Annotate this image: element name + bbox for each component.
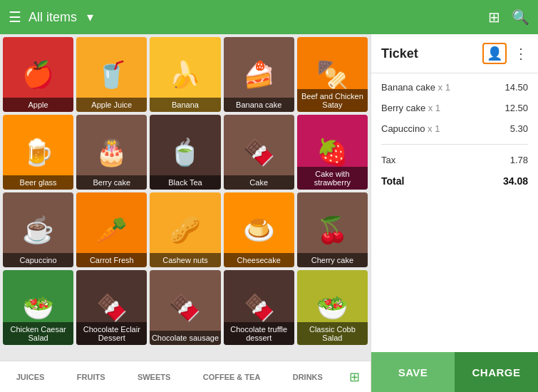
header-left: ☰ All items ▾ — [9, 9, 488, 26]
ticket-item-name: Banana cake x 1 — [381, 82, 505, 93]
grid-item-label-cherry-cake: Cherry cake — [297, 253, 368, 267]
scan-icon[interactable]: ⊞ — [488, 9, 500, 26]
app-header: ☰ All items ▾ ⊞ 🔍 — [0, 0, 538, 34]
grid-item-label-classic-cobb: Classic Cobb Salad — [297, 322, 368, 345]
category-juices[interactable]: JUICES — [11, 370, 51, 384]
category-sweets[interactable]: SWEETS — [132, 370, 176, 384]
category-drinks[interactable]: DRINKS — [287, 370, 329, 384]
ticket-items-list: Banana cake x 1 14.50 Berry cake x 1 12.… — [371, 73, 538, 352]
grid-item-label-banana: Banana — [150, 98, 220, 112]
grid-item-label-cake: Cake — [224, 175, 294, 190]
ticket-title: Ticket — [381, 46, 418, 61]
grid-item-label-beer-glass: Beer glass — [3, 175, 73, 190]
grid-item-cashew-nuts[interactable]: 🥜Cashew nuts — [150, 192, 220, 267]
ticket-line-banana-cake: Banana cake x 1 14.50 — [381, 82, 528, 93]
grid-view-icon[interactable]: ⊞ — [349, 369, 360, 385]
grid-item-apple-juice[interactable]: 🥤Apple Juice — [76, 37, 147, 112]
grid-item-cherry-cake[interactable]: 🍒Cherry cake — [297, 192, 368, 267]
charge-button[interactable]: CHARGE — [455, 352, 538, 392]
grid-item-label-choc-truffle: Chocolate truffle dessert — [224, 322, 294, 345]
grid-item-chicken-caesar[interactable]: 🥗Chicken Caesar Salad — [3, 270, 73, 345]
grid-item-label-chicken-caesar: Chicken Caesar Salad — [3, 322, 73, 345]
grid-item-classic-cobb[interactable]: 🥗Classic Cobb Salad — [297, 270, 368, 345]
ticket-item-name: Capuccino x 1 — [381, 123, 510, 134]
ticket-action-icons: 👤 ⋮ — [482, 43, 528, 64]
grid-item-label-cake-strawberry: Cake with strawberry — [297, 167, 368, 190]
grid-item-label-choc-eclair: Chocolate Eclair Dessert — [76, 322, 147, 345]
ticket-item-name: Berry cake x 1 — [381, 103, 505, 113]
menu-icon[interactable]: ☰ — [9, 9, 21, 26]
grid-item-berry-cake[interactable]: 🎂Berry cake — [76, 115, 147, 190]
grid-item-label-choc-sausage: Chocolate sausage — [150, 331, 220, 345]
total-value: 34.08 — [503, 175, 528, 187]
grid-item-banana-cake[interactable]: 🍰Banana cake — [224, 37, 294, 112]
grid-item-label-apple: Apple — [3, 98, 73, 112]
header-icons: ⊞ 🔍 — [488, 9, 529, 26]
more-options-icon[interactable]: ⋮ — [514, 45, 528, 62]
category-fruits[interactable]: FRUITS — [71, 370, 111, 384]
search-icon[interactable]: 🔍 — [512, 9, 529, 26]
grid-item-banana[interactable]: 🍌Banana — [150, 37, 220, 112]
grid-item-label-apple-juice: Apple Juice — [76, 98, 147, 112]
header-title: All items — [29, 10, 77, 25]
grid-item-label-berry-cake: Berry cake — [76, 175, 147, 190]
grid-item-label-capuccino: Capuccino — [3, 253, 73, 267]
category-coffee-tea[interactable]: COFFEE & TEA — [197, 370, 267, 384]
left-panel: 🍎Apple🥤Apple Juice🍌Banana🍰Banana cake🍢Be… — [0, 34, 371, 392]
grid-item-label-banana-cake: Banana cake — [224, 98, 294, 112]
grid-item-carrot-fresh[interactable]: 🥕Carrot Fresh — [76, 192, 147, 267]
grid-item-beer-glass[interactable]: 🍺Beer glass — [3, 115, 73, 190]
grid-item-label-beef-chicken-satay: Beef and Chicken Satay — [297, 89, 368, 112]
grid-item-choc-sausage[interactable]: 🍫Chocolate sausage — [150, 270, 220, 345]
ticket-line-capuccino: Capuccino x 1 5.30 — [381, 123, 528, 134]
grid-item-apple[interactable]: 🍎Apple — [3, 37, 73, 112]
tax-value: 1.78 — [510, 155, 528, 165]
ticket-item-price: 14.50 — [505, 82, 528, 93]
grid-item-label-black-tea: Black Tea — [150, 175, 220, 190]
grid-item-capuccino[interactable]: ☕Capuccino — [3, 192, 73, 267]
grid-item-black-tea[interactable]: 🍵Black Tea — [150, 115, 220, 190]
main-content: 🍎Apple🥤Apple Juice🍌Banana🍰Banana cake🍢Be… — [0, 34, 538, 392]
dropdown-icon[interactable]: ▾ — [87, 9, 93, 25]
grid-item-choc-truffle[interactable]: 🍫Chocolate truffle dessert — [224, 270, 294, 345]
ticket-line-berry-cake: Berry cake x 1 12.50 — [381, 103, 528, 113]
grid-item-cake[interactable]: 🍫Cake — [224, 115, 294, 190]
ticket-divider — [381, 144, 528, 145]
grid-item-choc-eclair[interactable]: 🍫Chocolate Eclair Dessert — [76, 270, 147, 345]
total-label: Total — [381, 175, 404, 187]
ticket-header: Ticket 👤 ⋮ — [371, 34, 538, 73]
save-button[interactable]: SAVE — [371, 352, 455, 392]
grid-item-cake-strawberry[interactable]: 🍓Cake with strawberry — [297, 115, 368, 190]
tax-label: Tax — [381, 155, 395, 165]
items-grid: 🍎Apple🥤Apple Juice🍌Banana🍰Banana cake🍢Be… — [3, 37, 368, 345]
ticket-item-price: 12.50 — [505, 103, 528, 113]
items-grid-area: 🍎Apple🥤Apple Juice🍌Banana🍰Banana cake🍢Be… — [0, 34, 371, 361]
grid-item-beef-chicken-satay[interactable]: 🍢Beef and Chicken Satay — [297, 37, 368, 112]
ticket-panel: Ticket 👤 ⋮ Banana cake x 1 14.50 Berry c… — [371, 34, 538, 392]
grid-item-label-cheesecake: Cheesecake — [224, 253, 294, 267]
ticket-item-price: 5.30 — [510, 123, 528, 134]
category-bar: JUICESFRUITSSWEETSCOFFEE & TEADRINKS⊞ — [0, 361, 371, 392]
grid-item-cheesecake[interactable]: 🍮Cheesecake — [224, 192, 294, 267]
ticket-tax-line: Tax 1.78 — [381, 155, 528, 165]
add-customer-icon[interactable]: 👤 — [482, 43, 507, 64]
ticket-total-line: Total 34.08 — [381, 175, 528, 187]
grid-item-label-carrot-fresh: Carrot Fresh — [76, 253, 147, 267]
action-buttons: SAVE CHARGE — [371, 352, 538, 392]
grid-item-label-cashew-nuts: Cashew nuts — [150, 253, 220, 267]
